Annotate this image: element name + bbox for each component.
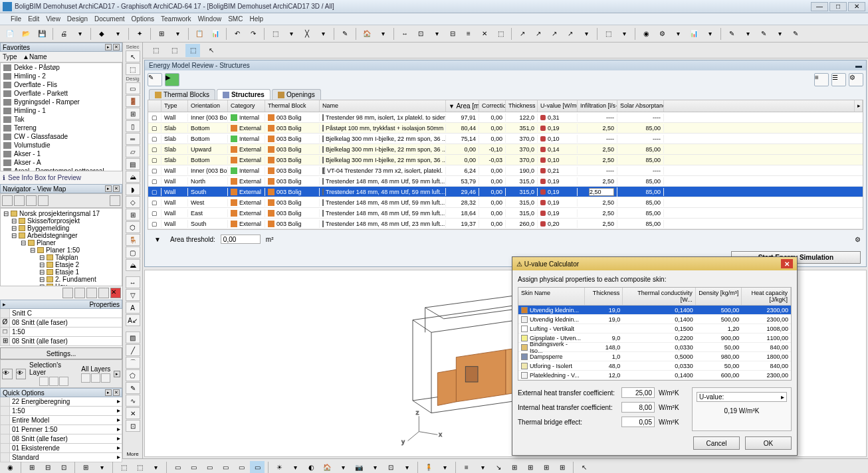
bt-9[interactable]: ▾ (148, 461, 163, 474)
structure-row[interactable]: ▢SlabBottomExternal003 BoligBjelkelag 30… (148, 155, 863, 165)
uv-skin-row[interactable]: Bindingsverk - Iso...148,00,033050,00840… (518, 343, 791, 352)
tb-9[interactable]: ▾ (284, 27, 298, 41)
bt-1[interactable]: ◉ (3, 461, 17, 474)
menu-view[interactable]: View (46, 15, 60, 23)
tb-19[interactable]: ≡ (461, 27, 476, 41)
structure-row[interactable]: ▢WallInner (003 Bolig)Internal003 BoligV… (148, 165, 863, 176)
menu-file[interactable]: File (11, 15, 21, 23)
tool-column[interactable]: ▯ (126, 120, 140, 132)
navigator-tree[interactable]: ⊟Norsk prosjekteringsmal 17 ⊟Skisse/forp… (0, 208, 122, 286)
tb-27[interactable]: ⬚ (601, 27, 615, 41)
tb-10[interactable]: ╳ (300, 27, 314, 41)
open-button[interactable]: 📂 (19, 27, 33, 41)
menu-options[interactable]: Options (132, 15, 154, 23)
favorite-item[interactable]: Overflate - Parkett (1, 89, 122, 98)
bt-22[interactable]: ▾ (368, 461, 382, 474)
bt-32[interactable]: ⊞ (539, 461, 554, 474)
qo-close[interactable]: ✕ (113, 389, 120, 396)
sl-3[interactable] (59, 377, 68, 386)
tb-32[interactable]: 📊 (687, 27, 701, 41)
tab-structures[interactable]: Structures (217, 89, 271, 100)
structure-row[interactable]: ▢SlabBottomInternal003 BoligBjelkelag 30… (148, 134, 863, 144)
tb-26[interactable]: ▾ (579, 27, 594, 41)
bt-12[interactable]: ▭ (202, 461, 217, 474)
tb-29[interactable]: ◉ (639, 27, 653, 41)
nav-tool-1[interactable] (2, 195, 13, 206)
quick-option-row[interactable]: Entire Model▸ (0, 416, 122, 425)
tool-hotspot[interactable]: ✕ (126, 407, 140, 419)
tb-34[interactable]: ✎ (724, 27, 739, 41)
menu-teamwork[interactable]: Teamwork (161, 15, 191, 23)
layer-eye[interactable]: 👁 (2, 369, 13, 379)
tb-7[interactable]: 📊 (208, 27, 223, 41)
tb-22[interactable]: ↗ (515, 27, 530, 41)
tb-38[interactable]: ✎ (788, 27, 803, 41)
nav-b4[interactable] (98, 288, 109, 298)
nav-opts[interactable]: ▸ (105, 185, 112, 192)
redo-button[interactable]: ↷ (246, 27, 261, 41)
tool-poly[interactable]: ⬠ (126, 369, 140, 381)
favorite-item[interactable]: Overflate - Flis (1, 80, 122, 89)
nav-tool-3[interactable] (26, 195, 37, 206)
vt-2[interactable]: ⬚ (167, 44, 181, 57)
tb-23[interactable]: ↗ (531, 27, 546, 41)
tool-object[interactable]: 🪑 (126, 234, 140, 246)
sl-2[interactable] (49, 377, 58, 386)
col-solar[interactable]: Solar Absorptance [%] (617, 100, 664, 112)
tool-beam[interactable]: ═ (126, 133, 140, 145)
threshold-input[interactable] (221, 235, 261, 244)
tb-3[interactable]: ✦ (132, 27, 147, 41)
tool-arc[interactable]: ⌒ (126, 357, 140, 369)
tool-morph[interactable]: ⬡ (126, 221, 140, 233)
plot-button[interactable]: ▾ (72, 27, 87, 41)
bridge-input[interactable] (621, 417, 655, 427)
tool-line[interactable]: ╱ (126, 344, 140, 356)
tool-wall[interactable]: ▭ (126, 82, 140, 94)
col-infil[interactable]: Infiltration [l/s·m²] (578, 100, 617, 112)
sl-1[interactable] (39, 377, 49, 386)
tool-stair[interactable]: ▤ (126, 158, 140, 170)
menu-edit[interactable]: Edit (28, 15, 39, 23)
bt-21[interactable]: 📷 (352, 461, 366, 474)
tool-draw[interactable]: ✎ (126, 382, 140, 394)
structure-row[interactable]: ▢WallNorthExternal003 BoligTrestender 14… (148, 176, 863, 187)
fav-opts[interactable]: ▸ (105, 44, 112, 50)
bt-13[interactable]: ▭ (218, 461, 233, 474)
uv-ok-button[interactable]: OK (745, 436, 792, 450)
qo-opts[interactable]: ▸ (105, 389, 112, 396)
tb-31[interactable]: ▾ (671, 27, 685, 41)
al-1[interactable] (81, 373, 90, 383)
structure-row[interactable]: ▢WallWestExternal003 BoligTrestender 148… (148, 197, 863, 208)
favorite-item[interactable]: Areal - Romstempel nettoareal (1, 167, 122, 171)
tree-item[interactable]: ⊟2. Fundament (2, 276, 120, 283)
vt-3[interactable]: ⬚ (185, 44, 200, 57)
favorite-item[interactable]: CW - Glassfasade (1, 132, 122, 141)
tb-4[interactable]: ⊞ (154, 27, 169, 41)
col-thick[interactable]: Thickness ... (506, 100, 538, 112)
energy-view-tree[interactable]: ☰ (831, 73, 846, 86)
bt-10[interactable]: ▭ (170, 461, 185, 474)
col-tb[interactable]: Thermal Block (265, 100, 320, 112)
tree-item[interactable]: ⊟Takplan (2, 254, 120, 261)
tool-fill[interactable]: ▨ (126, 331, 140, 343)
col-uval[interactable]: U-value [W/m²K] (538, 100, 578, 112)
favorite-item[interactable]: Akser - 1 (1, 149, 122, 158)
tb-5[interactable]: ▾ (170, 27, 185, 41)
prop-row[interactable]: Ø08 Snitt (alle faser) (0, 318, 122, 328)
vt-1[interactable]: ⬚ (148, 44, 163, 57)
tool-window[interactable]: ⊞ (126, 108, 140, 120)
quick-option-row[interactable]: 01 Penner 1:50▸ (0, 425, 122, 434)
favorite-item[interactable]: Bygningsdel - Ramper (1, 98, 122, 106)
energy-play[interactable]: ▶ (165, 73, 179, 86)
favorite-item[interactable]: Himling - 2 (1, 72, 122, 80)
tree-item[interactable]: ⊟Byggemelding (2, 225, 120, 232)
prop-row[interactable]: Snitt C (0, 309, 122, 318)
tb-18[interactable]: ⊟ (445, 27, 460, 41)
tree-item[interactable]: ⊟Etasje 1 (2, 268, 120, 276)
prop-row[interactable]: ⊞08 Snitt (alle faser) (0, 337, 122, 346)
bt-31[interactable]: ⊞ (523, 461, 538, 474)
bt-27[interactable]: ≡ (459, 461, 474, 474)
tool-skylight[interactable]: ◇ (126, 196, 140, 208)
tab-openings[interactable]: Openings (272, 89, 321, 100)
tb-8[interactable]: ⬚ (268, 27, 282, 41)
